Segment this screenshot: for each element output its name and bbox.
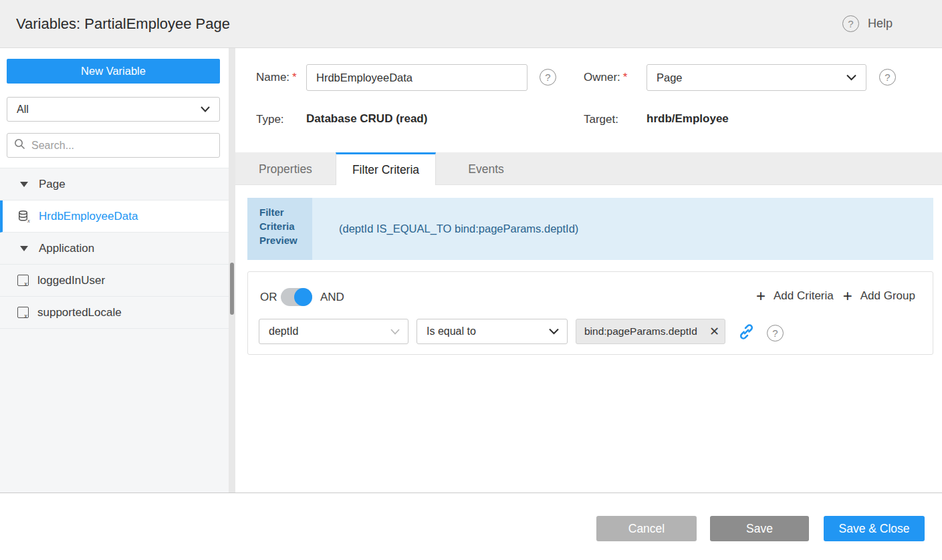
required-asterisk: *	[623, 71, 628, 84]
owner-label: Owner:*	[584, 64, 627, 91]
tree-item-label: supportedLocale	[37, 306, 122, 319]
help-button[interactable]: ? Help	[842, 0, 893, 47]
criteria-help-icon[interactable]: ?	[767, 325, 784, 341]
add-criteria-button[interactable]: + Add Criteria	[756, 288, 834, 304]
variables-tree: Page x HrdbEmployeeData Application	[0, 168, 229, 493]
filter-criteria-preview: Filter Criteria Preview (deptId IS_EQUAL…	[247, 198, 933, 260]
name-label: Name:*	[256, 64, 297, 91]
criteria-field-select[interactable]: deptId	[259, 319, 408, 344]
save-and-close-button[interactable]: Save & Close	[824, 516, 925, 541]
save-button[interactable]: Save	[710, 516, 809, 541]
link-icon[interactable]	[738, 323, 755, 343]
logic-or-label: OR	[260, 288, 277, 306]
chevron-down-icon	[846, 74, 856, 81]
target-label: Target:	[584, 113, 618, 126]
logic-and-label: AND	[320, 288, 344, 306]
tab-filter-criteria[interactable]: Filter Criteria	[336, 152, 436, 185]
add-criteria-label: Add Criteria	[774, 289, 834, 303]
dialog-footer: Cancel Save Save & Close	[0, 493, 942, 560]
sidebar-scrollbar-track[interactable]	[229, 48, 235, 493]
close-icon[interactable]: ✕	[708, 324, 721, 339]
criteria-actions: + Add Criteria + Add Group	[756, 288, 915, 304]
tab-events[interactable]: Events	[436, 152, 536, 184]
tree-item-label: loggedInUser	[37, 274, 105, 287]
sidebar-scrollbar-thumb[interactable]	[230, 263, 234, 315]
triangle-down-icon	[20, 182, 28, 187]
chevron-down-icon	[390, 329, 400, 335]
add-group-label: Add Group	[860, 289, 915, 303]
name-help-icon[interactable]: ?	[540, 69, 556, 86]
tree-group-label: Page	[39, 178, 66, 191]
variables-dialog: Variables: PartialEmployee Page ? Help N…	[0, 0, 942, 560]
question-circle-icon: ?	[842, 15, 859, 32]
variable-search	[7, 133, 220, 158]
help-label: Help	[868, 17, 893, 31]
tree-group-application[interactable]: Application	[0, 233, 229, 265]
required-asterisk: *	[292, 71, 297, 84]
criteria-value-chip[interactable]: bind:pageParams.deptId ✕	[576, 319, 725, 344]
tree-group-page[interactable]: Page	[0, 168, 229, 200]
plus-icon: +	[756, 288, 766, 304]
add-group-button[interactable]: + Add Group	[843, 288, 915, 304]
dialog-header: Variables: PartialEmployee Page ? Help	[0, 0, 942, 48]
tree-group-label: Application	[39, 242, 94, 255]
tree-item-loggedinuser[interactable]: x loggedInUser	[0, 265, 229, 297]
plus-icon: +	[843, 288, 852, 304]
tree-item-hrdbemployeedata[interactable]: x HrdbEmployeeData	[0, 200, 229, 233]
type-label: Type:	[256, 113, 284, 126]
svg-text:x: x	[27, 217, 30, 223]
chevron-down-icon	[201, 106, 210, 112]
preview-expression: (deptId IS_EQUAL_TO bind:pageParams.dept…	[312, 198, 933, 260]
toggle-knob	[294, 288, 312, 306]
tab-properties[interactable]: Properties	[235, 152, 336, 184]
bound-value-text: bind:pageParams.deptId	[584, 325, 708, 337]
static-variable-icon: x	[17, 275, 29, 286]
name-field[interactable]	[306, 64, 527, 91]
field-selected-value: deptId	[269, 325, 298, 337]
cancel-button[interactable]: Cancel	[596, 516, 697, 541]
filter-selected-value: All	[17, 104, 29, 116]
new-variable-button[interactable]: New Variable	[7, 59, 220, 84]
owner-help-icon[interactable]: ?	[879, 69, 896, 86]
page-title: Variables: PartialEmployee Page	[16, 0, 230, 47]
variable-type-filter-select[interactable]: All	[7, 97, 220, 122]
search-input[interactable]	[31, 140, 213, 152]
type-value: Database CRUD (read)	[306, 112, 427, 126]
owner-select[interactable]: Page	[646, 64, 866, 91]
logic-toggle[interactable]	[281, 288, 312, 306]
operator-selected-value: Is equal to	[427, 325, 476, 337]
detail-tabs: Properties Filter Criteria Events	[235, 152, 942, 185]
triangle-down-icon	[20, 246, 28, 251]
database-variable-icon: x	[17, 210, 31, 223]
owner-selected-value: Page	[657, 72, 683, 84]
static-variable-icon: x	[17, 307, 29, 318]
tree-item-label: HrdbEmployeeData	[39, 210, 138, 223]
criteria-editor: OR AND + Add Criteria + Add Group deptId	[247, 271, 933, 355]
chevron-down-icon	[549, 328, 559, 335]
preview-label: Filter Criteria Preview	[247, 198, 312, 260]
tree-item-supportedlocale[interactable]: x supportedLocale	[0, 297, 229, 329]
variable-detail-panel: Name:* ? Owner:* Page ? Type: Database C…	[235, 48, 942, 493]
criteria-operator-select[interactable]: Is equal to	[417, 319, 568, 344]
target-value: hrdb/Employee	[646, 112, 729, 126]
search-icon	[14, 138, 25, 152]
variables-sidebar: New Variable All Page	[0, 48, 229, 493]
